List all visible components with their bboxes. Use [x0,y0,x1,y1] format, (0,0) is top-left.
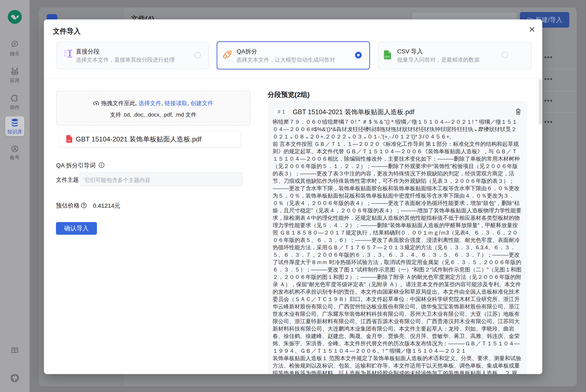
svg-text:CSV: CSV [385,56,390,58]
svg-text:PDF: PDF [67,140,71,142]
